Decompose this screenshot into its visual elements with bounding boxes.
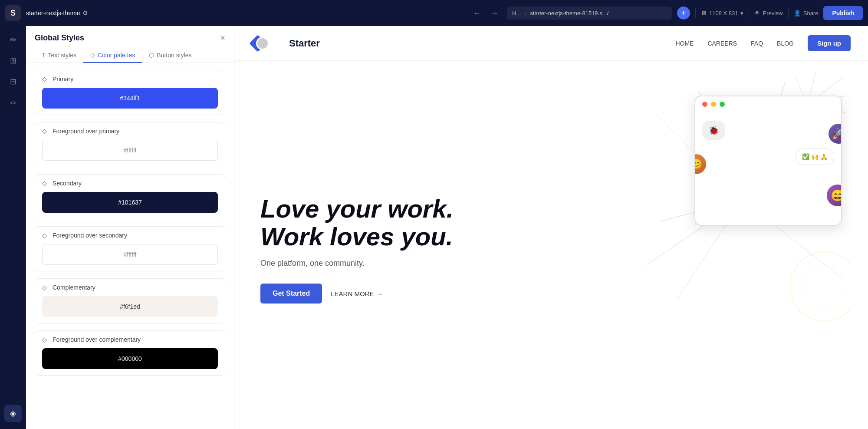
foreground-secondary-swatch[interactable]: #ffffff <box>42 244 218 265</box>
website-logo: Starter <box>252 35 320 52</box>
foreground-complementary-swatch[interactable]: #000000 <box>42 348 218 369</box>
add-tab-button[interactable]: + <box>677 7 690 20</box>
color-card-foreground-secondary: ◇ Foreground over secondary #ffffff <box>35 226 225 271</box>
divider <box>695 8 696 18</box>
panel-title: Global Styles <box>35 33 84 43</box>
learn-more-label: LEARN MORE <box>331 290 374 297</box>
hero-heading: Love your work. Work loves you. <box>260 195 454 251</box>
hero-subtext: One platform, one community. <box>260 259 454 268</box>
color-card-foreground-complementary: ◇ Foreground over complementary #000000 <box>35 330 225 376</box>
hero-actions: Get Started LEARN MORE → <box>260 284 454 304</box>
rail-palette-icon[interactable]: ◈ <box>4 405 22 422</box>
preview-button[interactable]: 👁 Preview <box>754 10 783 16</box>
icon-rail: ✏ ⊞ ⊟ <> ◈ <box>0 26 26 429</box>
foreground-complementary-value: #000000 <box>118 355 142 362</box>
chat-bubble-emoji: 🐞 <box>702 121 725 140</box>
preview-pane: Starter HOME CAREERS FAQ BLOG Sign up Lo… <box>234 26 868 429</box>
primary-header: ◇ Primary <box>35 70 225 88</box>
rail-code-icon[interactable]: <> <box>4 94 22 111</box>
logo-circle <box>256 37 269 50</box>
red-dot <box>702 102 707 107</box>
diamond-icon6: ◇ <box>42 336 49 343</box>
back-button[interactable]: ← <box>470 7 484 20</box>
text-tab-label: Text styles <box>48 52 76 59</box>
diamond-icon5: ◇ <box>42 284 49 291</box>
yellow-dot <box>711 102 716 107</box>
url-label: H... <box>512 10 521 16</box>
panel-close-button[interactable]: × <box>220 33 225 43</box>
url-bar[interactable]: H... › starter-nextjs-theme-81519.s.../ <box>507 7 672 20</box>
monitor-icon: 🖥 <box>701 10 707 16</box>
main-content: ✏ ⊞ ⊟ <> ◈ Global Styles × T Text styles… <box>0 26 868 429</box>
color-card-primary: ◇ Primary #344ff1 <box>35 70 225 115</box>
foreground-secondary-value: #ffffff <box>124 251 137 258</box>
forward-button[interactable]: → <box>487 7 502 20</box>
rail-edit-icon[interactable]: ✏ <box>4 31 22 49</box>
secondary-swatch[interactable]: #101637 <box>42 192 218 213</box>
nav-arrows: ← → <box>470 7 502 20</box>
chat-titlebar <box>695 96 841 112</box>
button-tab-icon: ⬡ <box>149 52 154 59</box>
person-icon: 👤 <box>794 10 801 16</box>
logo-icon-container <box>252 35 269 52</box>
nav-home[interactable]: HOME <box>675 40 694 47</box>
green-dot <box>720 102 725 107</box>
tab-color-palettes[interactable]: ◇ Color palettes <box>83 48 142 63</box>
color-card-complementary: ◇ Complementary #f6f1ed <box>35 278 225 323</box>
foreground-primary-header: ◇ Foreground over primary <box>35 122 225 140</box>
settings-icon[interactable]: ⚙ <box>82 10 88 16</box>
logo-icon: S <box>10 9 16 18</box>
foreground-primary-swatch[interactable]: #ffffff <box>42 140 218 161</box>
button-tab-label: Button styles <box>157 52 191 59</box>
divider3 <box>788 8 789 18</box>
foreground-secondary-header: ◇ Foreground over secondary <box>35 227 225 244</box>
arrow-icon: → <box>376 290 383 297</box>
primary-label: Primary <box>53 76 73 82</box>
hero-heading-line1: Love your work. <box>260 195 454 223</box>
topbar: S starter-nextjs-theme ⚙ ← → H... › star… <box>0 0 868 26</box>
chevron-down-icon[interactable]: ▾ <box>740 10 743 16</box>
website-nav: Starter HOME CAREERS FAQ BLOG Sign up <box>234 26 868 61</box>
secondary-header: ◇ Secondary <box>35 175 225 192</box>
eye-icon: 👁 <box>754 10 760 16</box>
url-sep: › <box>524 9 526 17</box>
hero-heading-line2: Work loves you. <box>260 223 454 251</box>
svg-point-16 <box>803 265 846 308</box>
foreground-complementary-label: Foreground over complementary <box>53 336 141 343</box>
diamond-icon4: ◇ <box>42 232 49 239</box>
hero-illustration: 🐞 ✅ 🙌 🙏 😊 🚀 😄 <box>634 69 851 330</box>
text-tab-icon: T <box>42 52 46 59</box>
color-card-foreground-primary: ◇ Foreground over primary #ffffff <box>35 122 225 167</box>
complementary-label: Complementary <box>53 284 95 291</box>
chat-bubble-right: ✅ 🙌 🙏 <box>796 148 834 165</box>
publish-button[interactable]: Publish <box>823 6 863 20</box>
nav-careers[interactable]: CAREERS <box>707 40 737 47</box>
complementary-header: ◇ Complementary <box>35 279 225 296</box>
cta-primary-button[interactable]: Get Started <box>260 284 322 304</box>
app-logo: S <box>5 5 21 21</box>
foreground-complementary-header: ◇ Foreground over complementary <box>35 331 225 348</box>
left-panel: Global Styles × T Text styles ◇ Color pa… <box>26 26 234 429</box>
panel-tabs: T Text styles ◇ Color palettes ⬡ Button … <box>26 43 234 63</box>
project-name: starter-nextjs-theme <box>26 10 80 16</box>
share-label: Share <box>803 10 819 16</box>
chat-window: 🐞 ✅ 🙌 🙏 😊 🚀 😄 <box>694 96 842 226</box>
secondary-swatch-value: #101637 <box>118 199 142 206</box>
hero-section: Love your work. Work loves you. One plat… <box>234 61 868 429</box>
primary-swatch[interactable]: #344ff1 <box>42 88 218 109</box>
nav-signup[interactable]: Sign up <box>808 35 851 51</box>
share-button[interactable]: 👤 Share <box>794 10 819 16</box>
nav-faq[interactable]: FAQ <box>751 40 763 47</box>
secondary-label: Secondary <box>53 180 82 187</box>
foreground-secondary-label: Foreground over secondary <box>53 232 127 239</box>
rail-layout-icon[interactable]: ⊞ <box>4 52 22 69</box>
nav-links: HOME CAREERS FAQ BLOG Sign up <box>675 35 851 51</box>
tab-button-styles[interactable]: ⬡ Button styles <box>142 48 198 63</box>
nav-blog[interactable]: BLOG <box>777 40 794 47</box>
complementary-swatch[interactable]: #f6f1ed <box>42 296 218 317</box>
tab-text-styles[interactable]: T Text styles <box>35 48 83 63</box>
hero-text: Love your work. Work loves you. One plat… <box>260 195 454 304</box>
rail-layers-icon[interactable]: ⊟ <box>4 73 22 90</box>
preview-label: Preview <box>763 10 783 16</box>
cta-learn-more[interactable]: LEARN MORE → <box>331 290 383 297</box>
